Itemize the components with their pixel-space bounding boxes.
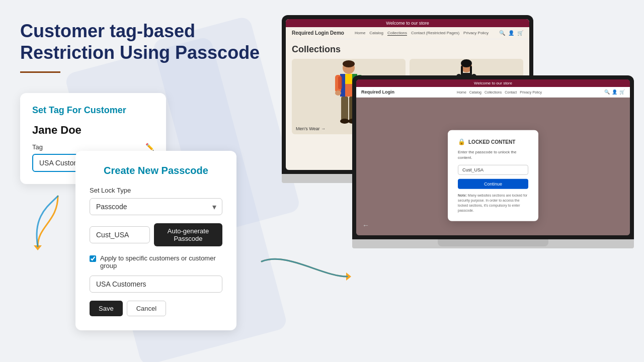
title-underline (20, 71, 60, 73)
passcode-entry-input[interactable] (458, 165, 528, 175)
customer-name: Jane Doe (32, 124, 154, 137)
fg-store-banner: Welcome to our store (356, 79, 630, 87)
continue-button[interactable]: Continue (458, 179, 528, 189)
laptop-foreground: Welcome to our store Required Login Home… (352, 75, 634, 248)
svg-point-14 (340, 119, 349, 124)
laptop-fg-base (352, 239, 634, 248)
locked-description: Enter the passcode to unlock the content… (458, 149, 528, 160)
account-icon: 👤 (508, 30, 514, 36)
laptop-fg-screen-inner: Welcome to our store Required Login Home… (356, 79, 630, 235)
lock-icon: 🔒 (458, 138, 465, 145)
apply-checkbox[interactable] (90, 255, 96, 262)
fg-store-header: Required Login Home Catalog Collections … (356, 87, 630, 98)
svg-rect-16 (338, 76, 342, 89)
fg-content-area: 🔒 LOCKED CONTENT Enter the passcode to u… (356, 98, 630, 235)
right-panel: Welcome to our store Required Login Demo… (282, 15, 644, 357)
passcode-card-title: Create New Passcode (90, 165, 222, 176)
search-icon: 🔍 (499, 30, 505, 36)
fg-nav-links: Home Catalog Collections Contact Privacy… (457, 90, 542, 94)
fg-account-icon: 👤 (612, 89, 617, 95)
svg-point-3 (343, 60, 355, 67)
arrow-2 (257, 246, 357, 297)
passcode-row: Auto-generate Passcode (90, 223, 222, 246)
store-nav-links: Home Catalog Collections Contact (Restri… (355, 31, 489, 36)
store-logo: Required Login Demo (292, 30, 344, 36)
fg-search-icon: 🔍 (604, 89, 610, 95)
edit-icon[interactable]: ✏️ (145, 143, 154, 151)
fg-icons: 🔍 👤 🛒 (604, 89, 625, 95)
svg-rect-7 (345, 74, 352, 84)
fg-cart-icon: 🛒 (619, 89, 625, 95)
lock-type-select[interactable]: Passcode (90, 198, 222, 215)
action-buttons: Save Cancel (90, 301, 222, 316)
tag-label: Tag ✏️ (32, 143, 154, 151)
fg-store-logo: Required Login (361, 89, 394, 95)
tag-card-title: Set Tag For Customer (32, 105, 154, 116)
locked-title: 🔒 LOCKED CONTENT (458, 138, 528, 145)
autogen-button[interactable]: Auto-generate Passcode (154, 223, 222, 246)
collections-title: Collections (286, 39, 529, 59)
store-banner: Welcome to our store (286, 19, 529, 27)
save-button[interactable]: Save (90, 301, 123, 316)
locked-popup: 🔒 LOCKED CONTENT Enter the passcode to u… (448, 130, 538, 221)
svg-point-10 (335, 90, 341, 96)
passcode-card: Create New Passcode Set Lock Type Passco… (75, 151, 236, 330)
cancel-button[interactable]: Cancel (127, 301, 166, 316)
arrow-1 (28, 191, 68, 251)
page-title: Customer tag-based Restriction Using Pas… (20, 20, 292, 63)
checkbox-label: Apply to specific customers or customer … (100, 254, 222, 269)
cart-icon: 🛒 (517, 30, 523, 36)
locked-note: Note: Many websites sections are locked … (458, 193, 528, 213)
store-icons: 🔍 👤 🛒 (499, 30, 523, 36)
svg-rect-12 (341, 97, 348, 121)
mens-wear-label: Men's Wear → (296, 126, 326, 131)
lock-type-wrapper: Passcode ▾ (90, 198, 222, 215)
checkbox-row: Apply to specific customers or customer … (90, 254, 222, 269)
back-arrow-icon[interactable]: ← (362, 221, 369, 229)
passcode-input[interactable] (90, 226, 150, 243)
laptop-fg-screen: Welcome to our store Required Login Home… (352, 75, 634, 239)
store-header: Required Login Demo Home Catalog Collect… (286, 27, 529, 39)
lock-type-label: Set Lock Type (90, 187, 222, 194)
left-panel: Customer tag-based Restriction Using Pas… (20, 20, 292, 184)
laptop-fg-stand (438, 239, 548, 246)
group-input[interactable] (90, 276, 222, 293)
